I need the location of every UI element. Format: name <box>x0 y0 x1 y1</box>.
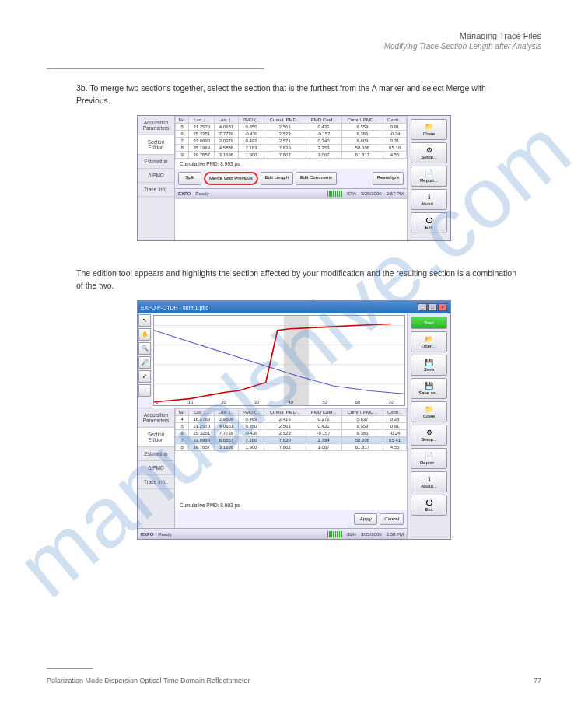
tab-delta-pmd[interactable]: Δ PMD <box>138 169 174 183</box>
svg-text:10: 10 <box>188 400 193 404</box>
info-icon: ℹ <box>413 475 445 483</box>
action-panel: 📁Close ⚙Setup... 📄Report... ℹAbout... ⏻E… <box>407 116 450 240</box>
close-icon[interactable]: × <box>438 303 447 311</box>
edit-toolbar: Apply Cancel <box>175 510 407 528</box>
time-label: 2:57 PM <box>387 191 404 196</box>
col-loc: Loc. (... <box>189 117 215 124</box>
svg-text:40: 40 <box>289 400 293 404</box>
svg-text:60: 60 <box>355 400 360 404</box>
setup-button[interactable]: ⚙Setup... <box>411 142 447 163</box>
apply-button[interactable]: Apply <box>354 513 377 525</box>
edit-comments-button[interactable]: Edit Comments <box>296 172 337 185</box>
brand-label: EXFO <box>141 532 153 537</box>
tab-acq-params[interactable]: Acquisition Parameters <box>138 408 174 428</box>
pmd-chart[interactable]: 01020 304050 6070 <box>153 315 405 406</box>
report-button[interactable]: 📄Report... <box>411 166 447 187</box>
col-contr: Contr... <box>383 117 407 124</box>
tab-section-edition[interactable]: Section Edition <box>138 135 174 155</box>
arrow-icon[interactable]: ↖ <box>138 314 151 327</box>
chart-toolbar: ↖ ✋ 🔍 🔎 ⤢ − <box>138 313 152 408</box>
save-as-button[interactable]: 💾Save as... <box>411 378 447 399</box>
tab-acq-params[interactable]: Acquisition Parameters <box>138 116 174 135</box>
table-row[interactable]: 521.25704.06810.8502.5610.4216.5590.91 <box>176 124 407 131</box>
close-button[interactable]: 📁Close <box>411 119 447 140</box>
power-icon: ⏻ <box>413 499 445 506</box>
screenshot-section-edition: Acquisition Parameters Section Edition E… <box>137 115 451 241</box>
edit-toolbar: Split Merge With Previous Edit Length Ed… <box>175 169 407 188</box>
svg-text:50: 50 <box>322 400 327 404</box>
zoom-minus-icon[interactable]: − <box>138 384 151 397</box>
page-footer: Polarization Mode Dispersion Optical Tim… <box>47 677 541 684</box>
tab-section-edition[interactable]: Section Edition <box>138 428 174 447</box>
zoom-out-icon[interactable]: 🔎 <box>138 356 151 369</box>
start-button[interactable]: Start <box>411 317 447 329</box>
table-row[interactable]: 625.32517.7739-0.4392.523-0.1576.366-0.2… <box>176 430 407 437</box>
minimize-icon[interactable]: _ <box>418 303 427 311</box>
table-row[interactable]: 839.78573.16981.9007.8621.06761.8174.55 <box>176 444 407 451</box>
header-rule <box>47 68 264 69</box>
hand-icon[interactable]: ✋ <box>138 328 151 341</box>
disk-icon: 💾 <box>413 382 445 390</box>
cancel-button[interactable]: Cancel <box>380 513 404 525</box>
power-icon: ⏻ <box>413 216 445 224</box>
page-number: 77 <box>534 677 541 684</box>
open-button[interactable]: 📂Open... <box>411 331 447 352</box>
tab-estimation[interactable]: Estimation <box>138 155 174 169</box>
tab-delta-pmd[interactable]: Δ PMD <box>138 461 174 475</box>
report-button[interactable]: 📄Report... <box>411 448 447 469</box>
table-row[interactable]: 625.32517.7739-0.4392.523-0.1576.366-0.2… <box>176 131 407 138</box>
table-row[interactable]: 733.09906.68677.2007.6202.78458.20865.41 <box>176 437 407 444</box>
col-cumpmd1: Cumul. PMD... <box>264 117 306 124</box>
table-row[interactable]: 733.09902.09790.4922.5710.3406.6090.31 <box>176 138 407 145</box>
col-coef: PMD Coef... <box>306 117 341 124</box>
red-trace <box>154 324 391 401</box>
close-button[interactable]: 📁Close <box>411 401 447 422</box>
col-no: No. <box>176 117 189 124</box>
edit-length-button[interactable]: Edit Length <box>261 172 293 185</box>
table-row[interactable]: 418.27802.98090.4692.4160.2725.8370.28 <box>176 416 407 423</box>
setup-button[interactable]: ⚙Setup... <box>411 425 447 446</box>
cumulative-pmd: Cumulative PMD: 8.903 ps <box>175 159 407 169</box>
table-row[interactable]: 521.25704.06810.8502.5610.4216.5590.91 <box>176 423 407 430</box>
zoom-fit-icon[interactable]: ⤢ <box>138 370 151 383</box>
tab-estimation[interactable]: Estimation <box>138 447 174 461</box>
page-header: Managing Trace Files Modifying Trace Sec… <box>47 31 541 51</box>
folder-open-icon: 📂 <box>413 335 445 343</box>
cumulative-pmd: Cumulative PMD: 8.903 ps <box>175 500 407 510</box>
footer-rule <box>47 668 93 669</box>
pmd-table: No. Loc. (... Len. (... PMD (... Cumul. … <box>175 116 407 159</box>
maximize-icon[interactable]: □ <box>428 303 437 311</box>
about-button[interactable]: ℹAbout... <box>411 471 447 492</box>
date-label: 3/25/2009 <box>361 532 382 537</box>
window-titlebar: EXFO P-OTDR - fibre 1.ptrc _ □ × <box>138 301 450 313</box>
tab-trace-info[interactable]: Trace Info. <box>138 183 174 197</box>
split-button[interactable]: Split <box>178 172 201 185</box>
percent-label: 86% <box>347 532 356 537</box>
svg-text:0: 0 <box>156 400 158 404</box>
folder-icon: 📁 <box>413 123 445 131</box>
zoom-in-icon[interactable]: 🔍 <box>138 342 151 355</box>
tab-trace-info[interactable]: Trace Info. <box>138 475 174 489</box>
save-button[interactable]: 💾Save <box>411 355 447 376</box>
blue-trace <box>154 331 404 394</box>
gear-icon: ⚙ <box>413 146 445 154</box>
intro-text: 3b. To merge two sections together, sele… <box>76 82 518 107</box>
footer-text: Polarization Mode Dispersion Optical Tim… <box>47 677 250 684</box>
page-subtitle: Modifying Trace Section Length after Ana… <box>47 42 541 51</box>
about-button[interactable]: ℹAbout... <box>411 189 447 210</box>
exit-button[interactable]: ⏻Exit <box>411 212 447 233</box>
screenshot-edition-tool: EXFO P-OTDR - fibre 1.ptrc _ □ × ↖ ✋ 🔍 🔎… <box>137 300 451 540</box>
merge-with-previous-button[interactable]: Merge With Previous <box>204 172 258 185</box>
svg-text:70: 70 <box>388 400 393 404</box>
exit-button[interactable]: ⏻Exit <box>411 495 447 516</box>
side-tabs: Acquisition Parameters Section Edition E… <box>138 408 175 528</box>
date-label: 3/25/2009 <box>361 191 382 196</box>
svg-text:20: 20 <box>221 400 226 404</box>
ready-label: Ready <box>195 191 208 196</box>
col-pmd: PMD (... <box>238 117 264 124</box>
signal-bars-icon <box>327 531 342 537</box>
table-row[interactable]: 835.19694.58887.1837.6293.35358.20865.10 <box>176 145 407 152</box>
mid-text: The edition tool appears and highlights … <box>76 268 518 292</box>
reanalyze-button[interactable]: Reanalyze <box>373 172 404 185</box>
table-row[interactable]: 939.78573.16981.9007.8621.06761.8174.55 <box>176 152 407 159</box>
